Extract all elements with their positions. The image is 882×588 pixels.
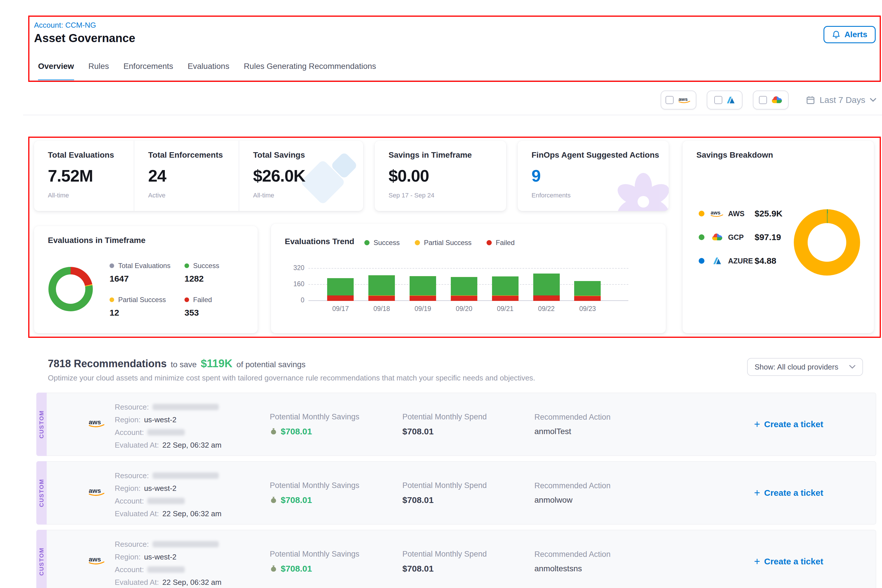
bar-group — [451, 277, 477, 301]
spend-value: $708.01 — [402, 495, 487, 505]
x-axis-label: 09/18 — [368, 305, 395, 313]
provider-filter-azure[interactable] — [707, 90, 742, 110]
x-axis-label: 09/20 — [451, 305, 477, 313]
region-label: Region: — [115, 484, 141, 493]
aws-legend-dot — [699, 211, 705, 216]
total-savings-stat: Total Savings $26.0K All-time — [238, 141, 363, 211]
potential-monthly-savings: Potential Monthly Savings $708.01 — [270, 550, 359, 574]
potential-monthly-spend: Potential Monthly Spend $708.01 — [402, 481, 487, 505]
evaluations-donut — [48, 267, 93, 311]
bar-segment-failed — [492, 296, 519, 301]
savings-breakdown-title: Savings Breakdown — [696, 150, 860, 160]
finops-agent-card: FinOps Agent Suggested Actions 9 Enforce… — [518, 141, 669, 211]
tab-evaluations[interactable]: Evaluations — [188, 62, 230, 81]
account-label: Account: — [115, 496, 144, 506]
total-dot — [110, 264, 114, 268]
redacted-account-value — [147, 429, 185, 435]
tab-enforcements[interactable]: Enforcements — [123, 62, 173, 81]
bar-segment-success — [410, 276, 436, 296]
calendar-icon — [806, 95, 815, 105]
stat-title: Savings in Timeframe — [388, 150, 506, 160]
tab-overview[interactable]: Overview — [38, 62, 74, 81]
legend-value: 353 — [184, 308, 260, 318]
provider-name: AZURE — [728, 257, 754, 265]
create-ticket-button[interactable]: +Create a ticket — [754, 419, 823, 429]
evaluated-at-label: Evaluated At: — [115, 441, 159, 450]
spend-label: Potential Monthly Spend — [402, 481, 487, 490]
stat-caption: Sep 17 - Sep 24 — [388, 192, 506, 199]
custom-tag-label: CUSTOM — [38, 548, 45, 576]
evaluated-at-value: 22 Sep, 06:32 am — [162, 441, 221, 450]
svg-text:aws: aws — [678, 96, 688, 102]
failed-dot — [184, 297, 189, 302]
filter-row: aws Last 7 Days — [661, 90, 876, 110]
summary-stats-card: Total Evaluations 7.52M All-time Total E… — [34, 141, 363, 211]
evaluated-at-label: Evaluated At: — [115, 578, 159, 587]
success-dot — [184, 264, 189, 268]
cloud-provider-filter[interactable]: Show: All cloud providers — [747, 358, 863, 376]
azure-checkbox[interactable] — [714, 96, 722, 104]
region-value: us-west-2 — [144, 552, 177, 561]
action-value: anmoltestsns — [534, 564, 610, 573]
potential-monthly-savings: Potential Monthly Savings $708.01 — [270, 412, 359, 436]
legend-item-aws: aws AWS $25.9K — [699, 208, 783, 219]
tab-rules[interactable]: Rules — [88, 62, 109, 81]
create-ticket-label: Create a ticket — [764, 556, 823, 566]
gcp-legend-dot — [699, 234, 705, 240]
stat-value: 9 — [531, 166, 669, 185]
total-evaluations-stat: Total Evaluations 7.52M All-time — [34, 141, 134, 211]
bar-segment-success — [451, 277, 477, 296]
partial-success-dot — [110, 297, 114, 302]
spend-value: $708.01 — [402, 427, 487, 436]
legend-label: Failed — [496, 238, 514, 247]
gcp-checkbox[interactable] — [759, 96, 767, 104]
create-ticket-button[interactable]: +Create a ticket — [754, 556, 823, 566]
savings-label: Potential Monthly Savings — [270, 481, 359, 490]
stat-title: FinOps Agent Suggested Actions — [531, 150, 669, 160]
aws-icon: aws — [678, 96, 692, 104]
evaluations-timeframe-title: Evaluations in Timeframe — [48, 236, 244, 245]
tab-rules-generating-recommendations[interactable]: Rules Generating Recommendations — [244, 62, 376, 81]
failed-dot — [486, 240, 492, 245]
account-breadcrumb[interactable]: Account: CCM-NG — [34, 21, 96, 30]
bar-segment-failed — [574, 296, 601, 301]
bar-segment-failed — [533, 296, 560, 301]
date-range-picker[interactable]: Last 7 Days — [806, 95, 876, 105]
stat-value: 24 — [148, 166, 238, 185]
donut-hole — [808, 223, 846, 262]
custom-tag-label: CUSTOM — [38, 479, 45, 507]
resource-info: Resource: Region:us-west-2 Account: Eval… — [115, 469, 222, 520]
provider-filter-aws[interactable]: aws — [661, 90, 696, 110]
custom-tag: CUSTOM — [36, 393, 47, 456]
x-axis-label: 09/22 — [533, 305, 560, 313]
bar-segment-failed — [410, 296, 436, 301]
legend-label: Failed — [193, 296, 212, 304]
account-label: Account: — [115, 428, 144, 437]
azure-icon — [726, 96, 735, 104]
legend-item-total: Total Evaluations 1647 — [110, 262, 184, 284]
savings-donut — [794, 209, 860, 276]
resource-info: Resource: Region:us-west-2 Account: Eval… — [115, 400, 222, 452]
legend-value: 1282 — [184, 274, 260, 284]
alerts-button[interactable]: Alerts — [824, 26, 876, 43]
x-axis-label: 09/19 — [410, 305, 436, 313]
create-ticket-button[interactable]: +Create a ticket — [754, 488, 823, 498]
recommendation-row: CUSTOM aws Resource: Region:us-west-2 Ac… — [36, 393, 876, 456]
provider-filter-gcp[interactable] — [753, 90, 789, 110]
action-label: Recommended Action — [534, 482, 610, 490]
recommended-action: Recommended Action anmoltestsns — [534, 550, 610, 573]
savings-label: Potential Monthly Savings — [270, 412, 359, 422]
bar-segment-failed — [327, 296, 354, 301]
stat-title: Total Enforcements — [148, 150, 238, 160]
redacted-resource-value — [153, 404, 219, 410]
action-label: Recommended Action — [534, 413, 610, 422]
redacted-account-value — [147, 566, 185, 573]
legend-item-azure: AZURE $4.88 — [699, 256, 783, 266]
money-bag-icon — [270, 428, 277, 435]
recommendations-count: 7818 Recommendations — [48, 358, 166, 370]
stat-caption: All-time — [48, 192, 134, 199]
bar-segment-success — [533, 273, 560, 296]
aws-checkbox[interactable] — [666, 96, 674, 104]
aws-icon: aws — [88, 555, 106, 568]
bar-segment-success — [492, 276, 519, 296]
